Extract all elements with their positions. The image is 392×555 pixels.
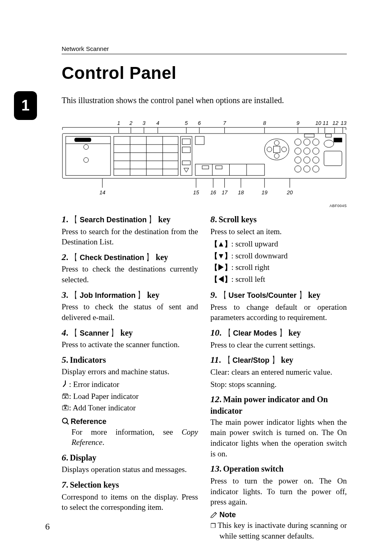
item-heading: 6. Display — [62, 452, 198, 464]
item-heading: 5. Indicators — [62, 354, 198, 366]
indicator-line: : Load Paper indicator — [62, 391, 198, 403]
bracket-open-icon: 【 — [225, 327, 231, 338]
indicator-text: : Error indicator — [69, 380, 119, 389]
description-item: 10. 【Clear Modes】 keyPress to clear the … — [210, 327, 347, 350]
control-panel-svg: 1 2 3 4 5 6 7 8 9 10 11 12 13 — [62, 114, 347, 206]
note-list: This key is inactivate during scanning o… — [210, 520, 347, 541]
svg-rect-46 — [334, 138, 342, 142]
description-item: 7. Selection keysCorrespond to items on … — [62, 479, 198, 513]
arrow-key-icon: 【◀】 — [210, 275, 231, 283]
key-name: Search Destination — [80, 216, 147, 224]
callout-12: 12 — [332, 120, 338, 126]
note-heading: Note — [210, 511, 347, 519]
svg-point-33 — [304, 139, 310, 145]
svg-rect-47 — [304, 134, 314, 137]
note-item: This key is inactivate during scanning o… — [219, 520, 347, 541]
key-suffix: key — [120, 328, 133, 337]
svg-point-40 — [313, 157, 319, 164]
item-number: 1 — [62, 214, 66, 224]
description-item: 1. 【Search Destination】 keyPress to sear… — [62, 214, 198, 247]
reference-heading: Reference — [62, 417, 198, 426]
page-number: 6 — [45, 521, 50, 532]
svg-point-42 — [304, 166, 310, 172]
svg-rect-1 — [66, 136, 111, 175]
indicator-line: : Error indicator — [62, 379, 198, 391]
svg-point-39 — [304, 157, 310, 164]
item-body: Correspond to items on the display. Pres… — [62, 492, 198, 513]
description-item: 11. 【Clear/Stop】 keyClear: clears an ent… — [210, 354, 347, 389]
svg-rect-15 — [182, 139, 190, 145]
description-item: 6. DisplayDisplays operation status and … — [62, 452, 198, 475]
scroll-key-line: 【▼】: scroll downward — [210, 250, 347, 262]
callout-15: 15 — [193, 189, 199, 196]
item-body-line: Clear: clears an entered numeric value. — [210, 367, 347, 378]
callout-14: 14 — [99, 189, 105, 196]
svg-rect-31 — [274, 146, 280, 153]
svg-point-29 — [267, 147, 272, 152]
bracket-close-icon: 】 — [149, 214, 154, 225]
svg-point-32 — [295, 139, 301, 145]
item-number: 13 — [210, 463, 219, 474]
scroll-text: : scroll upward — [231, 240, 278, 248]
note-label: Note — [219, 511, 236, 519]
svg-rect-25 — [216, 166, 222, 169]
key-name: Scanner — [80, 329, 109, 337]
item-body: Press to activate the scanner function. — [62, 339, 198, 350]
indicator-line: : Add Toner indicator — [62, 402, 198, 414]
reference-label: Reference — [71, 417, 106, 426]
arrow-key-icon: 【▼】 — [210, 252, 231, 260]
bracket-close-icon: 】 — [146, 252, 152, 263]
item-number: 3 — [62, 290, 66, 300]
item-title: Operation switch — [223, 464, 284, 473]
item-number: 7 — [62, 479, 66, 490]
svg-point-27 — [274, 140, 279, 145]
key-suffix: key — [288, 328, 301, 337]
svg-point-28 — [274, 154, 279, 159]
figure-id: ABF004S — [330, 204, 347, 208]
key-name: User Tools/Counter — [228, 291, 297, 299]
svg-point-37 — [313, 148, 319, 154]
description-item: 5. IndicatorsDisplay errors and machine … — [62, 354, 198, 448]
item-heading: 4. 【Scanner】 key — [62, 327, 198, 339]
scroll-text: : scroll downward — [231, 251, 288, 260]
svg-marker-18 — [184, 168, 189, 172]
indicator-text: : Add Toner indicator — [69, 403, 136, 412]
arrow-key-icon: 【▲】 — [210, 240, 231, 248]
bracket-open-icon: 【 — [72, 327, 77, 338]
svg-marker-74 — [64, 407, 67, 409]
callout-8: 8 — [263, 120, 266, 126]
bracket-close-icon: 】 — [111, 327, 116, 338]
item-body: The main power indicator lights when the… — [210, 417, 347, 459]
svg-rect-19 — [195, 136, 204, 145]
item-title: Selection keys — [70, 480, 119, 489]
item-heading: 1. 【Search Destination】 key — [62, 214, 198, 226]
item-title: Indicators — [70, 355, 106, 364]
callout-1: 1 — [117, 120, 120, 126]
svg-point-38 — [295, 157, 301, 164]
scroll-text: : scroll right — [231, 263, 270, 272]
page-title: Control Panel — [62, 63, 347, 83]
bracket-close-icon: 】 — [272, 355, 277, 365]
bracket-open-icon: 【 — [72, 290, 77, 300]
key-suffix: key — [281, 355, 293, 364]
bracket-open-icon: 【 — [225, 355, 230, 365]
item-heading: 10. 【Clear Modes】 key — [210, 327, 347, 339]
arrow-key-icon: 【▶】 — [210, 263, 231, 272]
svg-rect-45 — [324, 151, 342, 166]
bracket-close-icon: 】 — [299, 290, 304, 300]
description-item: 9. 【User Tools/Counter】 keyPress to chan… — [210, 289, 347, 323]
callout-11: 11 — [323, 120, 328, 126]
callout-17: 17 — [221, 189, 228, 196]
item-body: Press to select an item. — [210, 226, 347, 237]
item-number: 2 — [62, 252, 66, 262]
key-suffix: key — [147, 290, 159, 299]
description-item: 12. Main power indicator and On indicato… — [210, 394, 347, 459]
chapter-number: 1 — [21, 97, 30, 114]
key-name: Check Destination — [80, 253, 144, 262]
svg-point-36 — [304, 148, 310, 154]
svg-rect-17 — [182, 161, 190, 165]
item-body: Press to search for the destination from… — [62, 226, 198, 247]
scroll-key-line: 【▶】: scroll right — [210, 262, 347, 274]
callout-19: 19 — [262, 189, 267, 196]
item-body: Display errors and machine status. — [62, 366, 198, 377]
